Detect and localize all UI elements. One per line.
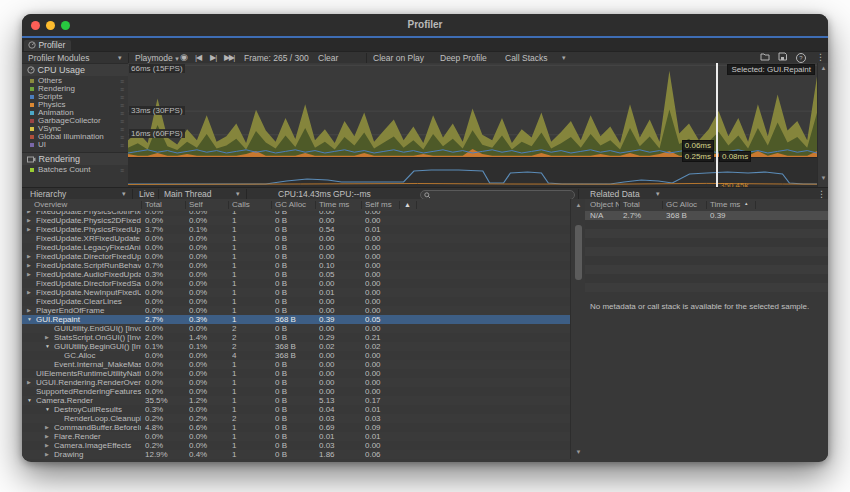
scroll-down-icon[interactable]: ▼: [818, 175, 828, 181]
column-time-ms[interactable]: Time ms: [710, 199, 740, 211]
cpu-usage-module-header[interactable]: CPU Usage: [22, 63, 128, 76]
collapsed-arrow-icon[interactable]: ▶: [27, 225, 31, 234]
column-gc-alloc[interactable]: GC Alloc: [275, 199, 306, 211]
selected-frame-line[interactable]: [716, 63, 718, 187]
title-bar: Profiler: [22, 14, 828, 37]
table-row[interactable]: ▶FixedUpdate.DirectorFixedUpdate0.0%0.0%…: [22, 252, 570, 261]
column-overview[interactable]: Overview: [34, 199, 67, 211]
axis-label-33ms: 33ms (30FPS): [129, 106, 185, 115]
table-row[interactable]: ▶Camera.ImageEffects0.2%0.0%10 B0.030.00: [22, 441, 570, 450]
collapsed-arrow-icon[interactable]: ▶: [27, 216, 31, 225]
column-time-ms[interactable]: Time ms: [319, 199, 349, 211]
tab-profiler[interactable]: Profiler: [24, 40, 71, 51]
table-row[interactable]: FixedUpdate.DirectorFixedSampleCallback0…: [22, 279, 570, 288]
collapsed-arrow-icon[interactable]: ▶: [27, 288, 31, 297]
table-row[interactable]: GUIUtility.EndGUI() [Invoke]0.0%0.0%20 B…: [22, 324, 570, 333]
table-row[interactable]: RenderLoop.CleanupNodeQueue0.2%0.2%20 B0…: [22, 414, 570, 423]
table-row[interactable]: Event.Internal_MakeMasterEventCurrent0.0…: [22, 360, 570, 369]
previous-frame-icon[interactable]: |◀: [195, 52, 201, 63]
table-row[interactable]: ▶UGUI.Rendering.RenderOverlays0.0%0.0%10…: [22, 378, 570, 387]
related-row-selected[interactable]: N/A2.7%368 B0.39: [585, 211, 828, 220]
chevron-down-icon[interactable]: ▾: [236, 189, 240, 199]
collapse-filter-icon[interactable]: ▲: [404, 199, 411, 211]
search-input[interactable]: [420, 190, 575, 200]
table-row[interactable]: ▶CommandBuffer.BeforeImageEffects4.8%0.6…: [22, 423, 570, 432]
table-row[interactable]: ▶Flare.Render0.0%0.0%10 B0.010.01: [22, 432, 570, 441]
expanded-arrow-icon[interactable]: ▼: [27, 315, 32, 324]
table-row[interactable]: ▶PlayerEndOfFrame0.0%0.0%10 B0.000.00: [22, 306, 570, 315]
table-row[interactable]: ▼GUIUtility.BeginGUI() [Invoke]0.1%0.1%2…: [22, 342, 570, 351]
collapsed-arrow-icon[interactable]: ▶: [45, 441, 49, 450]
table-row[interactable]: ▶FixedUpdate.NewInputFixedUpdate0.0%0.0%…: [22, 288, 570, 297]
collapsed-arrow-icon[interactable]: ▶: [45, 450, 49, 459]
table-row[interactable]: ▶FixedUpdate.PhysicsFixedUpdate3.7%0.1%1…: [22, 225, 570, 234]
record-icon[interactable]: ◉: [180, 52, 188, 63]
table-row[interactable]: FixedUpdate.LegacyFixedAnimationUpdate0.…: [22, 243, 570, 252]
table-row[interactable]: ▶Drawing12.9%0.4%10 B1.860.06: [22, 450, 570, 459]
kebab-menu-icon[interactable]: ⋮: [817, 189, 826, 199]
next-frame-icon[interactable]: ▶|: [210, 52, 216, 63]
profiler-modules-dropdown[interactable]: Profiler Modules: [28, 53, 89, 63]
expanded-arrow-icon[interactable]: ▼: [27, 396, 32, 405]
column-total[interactable]: Total: [623, 199, 640, 211]
table-row[interactable]: ▶FixedUpdate.AudioFixedUpdate0.3%0.0%10 …: [22, 270, 570, 279]
kebab-menu-icon[interactable]: ⋮: [816, 52, 825, 63]
table-row[interactable]: UIElementsRuntimeUtilityNativeUpdate0.0%…: [22, 369, 570, 378]
sample-name: GUIUtility.BeginGUI() [Invoke]: [54, 342, 141, 351]
sample-value: 0.0%: [189, 387, 229, 396]
chevron-down-icon[interactable]: ▾: [122, 189, 126, 199]
clear-on-play-toggle[interactable]: Clear on Play: [373, 53, 424, 63]
collapsed-arrow-icon[interactable]: ▶: [27, 378, 31, 387]
call-stacks-dropdown[interactable]: Call Stacks: [505, 53, 548, 63]
collapsed-arrow-icon[interactable]: ▶: [27, 270, 31, 279]
scroll-up-icon[interactable]: ▲: [571, 202, 586, 208]
table-row[interactable]: ▼Camera.Render35.5%1.2%10 B5.130.17: [22, 396, 570, 405]
table-row[interactable]: SupportedRenderingFeatures.Get0.0%0.0%10…: [22, 387, 570, 396]
current-frame-icon[interactable]: ▶▶|: [224, 52, 234, 63]
column-calls[interactable]: Calls: [232, 199, 250, 211]
collapsed-arrow-icon[interactable]: ▶: [45, 333, 49, 342]
table-row[interactable]: FixedUpdate.ClearLines0.0%0.0%10 B0.000.…: [22, 297, 570, 306]
table-row[interactable]: FixedUpdate.XRFixedUpdate0.0%0.0%10 B0.0…: [22, 234, 570, 243]
scroll-down-icon[interactable]: ▼: [571, 449, 586, 455]
table-row-selected[interactable]: ▼GUI.Repaint2.7%0.3%1368 B0.390.05: [22, 315, 570, 324]
view-mode-dropdown[interactable]: Hierarchy: [30, 189, 66, 199]
live-toggle[interactable]: Live: [139, 189, 155, 199]
expanded-arrow-icon[interactable]: ▼: [45, 342, 50, 351]
sample-value: 0.0%: [189, 351, 229, 360]
table-row[interactable]: ▶FixedUpdate.ScriptRunBehaviourFixedUpda…: [22, 261, 570, 270]
scrollbar-thumb[interactable]: [575, 225, 582, 280]
module-item-ui[interactable]: UI≡: [22, 141, 128, 149]
charts-scrollbar[interactable]: ▲ ▼: [817, 63, 828, 187]
scroll-up-icon[interactable]: ▲: [818, 65, 828, 71]
related-data-dropdown[interactable]: Related Data: [590, 189, 640, 199]
drag-handle-icon[interactable]: ≡: [120, 142, 124, 150]
column-self-ms[interactable]: Self ms: [365, 199, 392, 211]
collapsed-arrow-icon[interactable]: ▶: [27, 261, 31, 270]
table-row[interactable]: ▼DestroyCullResults0.3%0.0%10 B0.040.01: [22, 405, 570, 414]
sample-value: 0.00: [319, 234, 359, 243]
chevron-down-icon[interactable]: ▾: [656, 189, 660, 199]
column-total[interactable]: Total: [145, 199, 162, 211]
collapsed-arrow-icon[interactable]: ▶: [45, 432, 49, 441]
column-object-name[interactable]: Object Name: [590, 199, 620, 211]
column-self[interactable]: Self: [189, 199, 203, 211]
drag-handle-icon[interactable]: ≡: [120, 167, 124, 175]
chevron-down-icon[interactable]: ▾: [118, 53, 122, 63]
table-row[interactable]: GC.Alloc0.0%0.0%4368 B0.000.00: [22, 351, 570, 360]
sample-value: 0.0%: [145, 234, 185, 243]
collapsed-arrow-icon[interactable]: ▶: [45, 423, 49, 432]
expanded-arrow-icon[interactable]: ▼: [45, 405, 50, 414]
table-row[interactable]: ▶StatsScript.OnGUI() [Invoke]2.0%1.4%20 …: [22, 333, 570, 342]
clear-button[interactable]: Clear: [318, 53, 338, 63]
module-item-batches-count[interactable]: Batches Count≡: [22, 166, 128, 174]
column-gc-alloc[interactable]: GC Alloc: [666, 199, 697, 211]
collapsed-arrow-icon[interactable]: ▶: [27, 252, 31, 261]
thread-dropdown[interactable]: Main Thread: [164, 189, 212, 199]
collapsed-arrow-icon[interactable]: ▶: [27, 306, 31, 315]
table-row[interactable]: ▶FixedUpdate.Physics2DFixedUpdate0.0%0.0…: [22, 216, 570, 225]
deep-profile-toggle[interactable]: Deep Profile: [440, 53, 487, 63]
chevron-down-icon[interactable]: ▾: [562, 53, 566, 63]
help-icon[interactable]: ?: [796, 52, 806, 63]
rendering-module-header[interactable]: Rendering: [22, 152, 128, 165]
